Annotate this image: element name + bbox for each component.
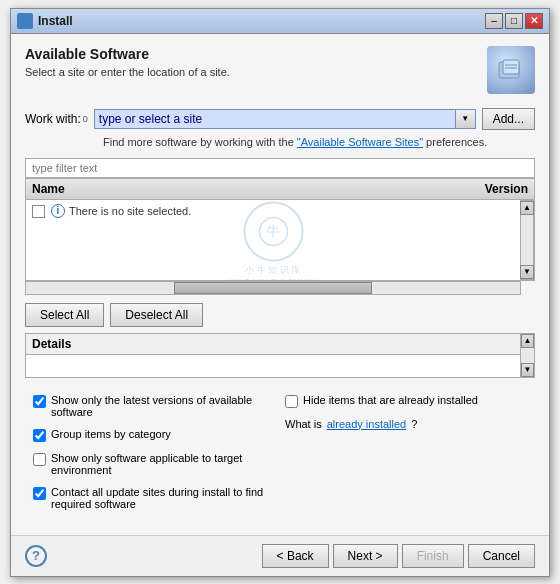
details-inner: Details ▲ ▼ <box>26 334 534 377</box>
group-by-category-label: Group items by category <box>51 428 171 440</box>
maximize-button[interactable]: □ <box>505 13 523 29</box>
add-button[interactable]: Add... <box>482 108 535 130</box>
scroll-down-arrow[interactable]: ▼ <box>520 265 534 279</box>
h-scroll-thumb <box>174 282 372 294</box>
select-all-button[interactable]: Select All <box>25 303 104 327</box>
show-latest-label: Show only the latest versions of availab… <box>51 394 275 418</box>
next-button[interactable]: Next > <box>333 544 398 568</box>
details-scroll-up[interactable]: ▲ <box>521 334 534 348</box>
contact-update-sites-row: Contact all update sites during install … <box>33 486 275 510</box>
table-body-content: i There is no site selected. 牛 小 牛 知 识 <box>26 200 520 280</box>
group-by-category-row: Group items by category <box>33 428 275 442</box>
details-section: Details ▲ ▼ <box>25 333 535 378</box>
select-deselect-row: Select All Deselect All <box>25 297 535 333</box>
details-scroll-track <box>521 348 534 363</box>
svg-rect-1 <box>503 60 519 74</box>
install-icon <box>17 13 33 29</box>
section-title: Available Software <box>25 46 535 62</box>
what-installed-row: What is already installed? <box>285 418 527 430</box>
work-with-dropdown-arrow[interactable]: ▼ <box>456 109 476 129</box>
close-button[interactable]: ✕ <box>525 13 543 29</box>
help-button[interactable]: ? <box>25 545 47 567</box>
contact-update-sites-checkbox[interactable] <box>33 487 46 500</box>
options-left: Show only the latest versions of availab… <box>33 394 275 515</box>
work-with-row: Work with:0 ▼ Add... <box>25 108 535 130</box>
deselect-all-button[interactable]: Deselect All <box>110 303 203 327</box>
work-with-input[interactable] <box>94 109 456 129</box>
table-body: i There is no site selected. <box>26 200 520 280</box>
details-content <box>26 355 520 377</box>
details-scroll-down[interactable]: ▼ <box>521 363 534 377</box>
table-body-wrapper: i There is no site selected. 牛 小 牛 知 识 <box>26 200 534 280</box>
details-scrollbar: ▲ ▼ <box>520 334 534 377</box>
minimize-button[interactable]: – <box>485 13 503 29</box>
show-applicable-label: Show only software applicable to target … <box>51 452 275 476</box>
table-row-checkbox[interactable] <box>32 205 45 218</box>
show-latest-checkbox[interactable] <box>33 395 46 408</box>
install-window: Install – □ ✕ Available Software <box>10 8 550 577</box>
show-latest-row: Show only the latest versions of availab… <box>33 394 275 418</box>
work-with-superscript: 0 <box>83 114 88 124</box>
work-with-label: Work with:0 <box>25 112 88 126</box>
hide-installed-checkbox[interactable] <box>285 395 298 408</box>
col-version-header: Version <box>485 182 528 196</box>
what-installed-text: What is <box>285 418 322 430</box>
main-content: Available Software Select a site or ente… <box>11 34 549 535</box>
table-row-info: i There is no site selected. <box>51 204 191 218</box>
software-table: Name Version i There is no site selected… <box>25 178 535 281</box>
back-button[interactable]: < Back <box>262 544 329 568</box>
hide-installed-label: Hide items that are already installed <box>303 394 478 406</box>
table-header: Name Version <box>26 179 534 200</box>
no-site-message: There is no site selected. <box>69 205 191 217</box>
filter-input[interactable] <box>25 158 535 178</box>
titlebar-title: Install <box>17 13 73 29</box>
info-icon: i <box>51 204 65 218</box>
contact-update-sites-label: Contact all update sites during install … <box>51 486 275 510</box>
scroll-up-arrow[interactable]: ▲ <box>520 201 534 215</box>
bottom-buttons: < Back Next > Finish Cancel <box>262 544 535 568</box>
available-software-icon <box>487 46 535 94</box>
details-header: Details <box>26 334 520 355</box>
col-name-header: Name <box>32 182 65 196</box>
what-installed-suffix: ? <box>411 418 417 430</box>
bottom-bar: ? < Back Next > Finish Cancel <box>11 535 549 576</box>
finish-button[interactable]: Finish <box>402 544 464 568</box>
already-installed-link[interactable]: already installed <box>327 418 407 430</box>
group-by-category-checkbox[interactable] <box>33 429 46 442</box>
section-description: Select a site or enter the location of a… <box>25 66 535 78</box>
available-software-sites-link[interactable]: "Available Software Sites" <box>297 136 423 148</box>
options-grid: Show only the latest versions of availab… <box>25 386 535 523</box>
show-applicable-checkbox[interactable] <box>33 453 46 466</box>
cancel-button[interactable]: Cancel <box>468 544 535 568</box>
titlebar-controls: – □ ✕ <box>485 13 543 29</box>
titlebar: Install – □ ✕ <box>11 9 549 34</box>
show-applicable-row: Show only software applicable to target … <box>33 452 275 476</box>
table-horizontal-scrollbar[interactable] <box>25 281 521 295</box>
hide-installed-row: Hide items that are already installed <box>285 394 527 408</box>
scroll-corner <box>521 281 535 295</box>
details-body: Details <box>26 334 520 377</box>
more-software-row: Find more software by working with the "… <box>103 136 535 148</box>
header-icon-wrap <box>487 46 535 94</box>
details-label: Details <box>32 337 71 351</box>
options-right: Hide items that are already installed Wh… <box>285 394 527 515</box>
table-vertical-scrollbar[interactable]: ▲ ▼ <box>520 200 534 280</box>
work-with-input-wrap: ▼ <box>94 109 476 129</box>
